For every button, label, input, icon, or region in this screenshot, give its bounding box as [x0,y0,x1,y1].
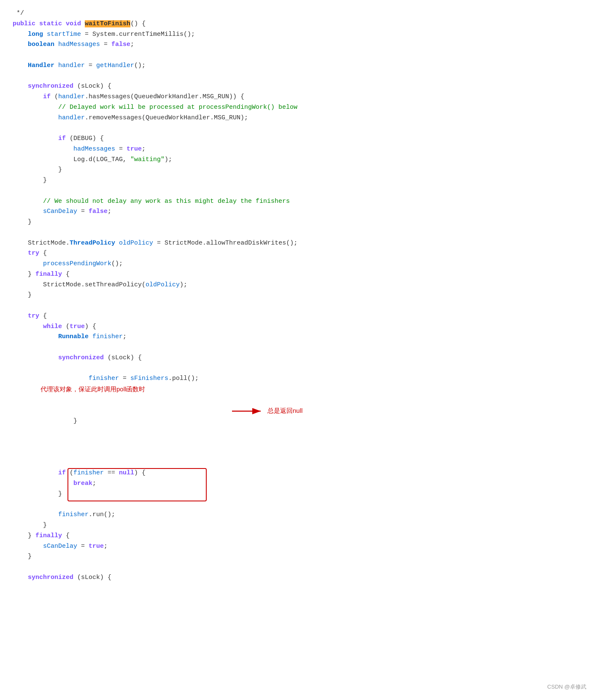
code-line-21: } [13,217,586,228]
code-line-48: synchronized (sLock) { [13,573,586,583]
code-line-17: } [13,175,586,186]
code-line-1: */ [13,8,586,19]
code-line-35: finisher = sFinishers.poll(); 代理该对象，保证此时… [13,363,586,406]
code-line-24: try { [13,248,586,259]
code-line-23: StrictMode.ThreadPolicy oldPolicy = Stri… [13,238,586,249]
code-container: */ public static void waitToFinish() { l… [13,8,586,583]
code-line-31: while (true) { [13,322,586,332]
code-line-25: processPendingWork(); [13,259,586,269]
highlighted-if-block: if (finisher == null) { break; } [13,468,586,499]
code-line-11: handler.removeMessages(QueuedWorkHandler… [13,113,586,124]
code-line-15: Log.d(LOG_TAG, "waiting"); [13,155,586,165]
code-line-blank6 [13,301,586,311]
code-line-28: } [13,290,586,301]
code-line-34: synchronized (sLock) { [13,353,586,363]
code-line-blank2 [13,71,586,82]
code-line-45: sCanDelay = true; [13,541,586,552]
code-line-36: } 总是返回null [13,406,586,458]
code-line-blank1 [13,50,586,61]
code-line-44: } finally { [13,531,586,541]
code-line-9: if (handler.hasMessages(QueuedWorkHandle… [13,92,586,102]
code-line-2: public static void waitToFinish() { [13,19,586,30]
code-line-blank10 [13,562,586,573]
code-line-26: } finally { [13,269,586,280]
code-line-43: } [13,520,586,531]
watermark: CSDN @卓修武 [547,683,586,692]
annotation-text-1: 代理该对象，保证此时调用poll函数时 [40,384,145,395]
code-line-40: } [13,489,586,500]
code-line-39: break; [13,479,586,489]
code-line-blank3 [13,123,586,134]
code-line-30: try { [13,311,586,322]
code-line-4: boolean hadMessages = false; [13,40,586,50]
code-line-20: sCanDelay = false; [13,207,586,217]
code-line-42: finisher.run(); [13,510,586,520]
code-line-6: Handler handler = getHandler(); [13,61,586,71]
code-line-3: long startTime = System.currentTimeMilli… [13,30,586,40]
code-line-19: // We should not delay any work as this … [13,197,586,207]
code-line-blank9 [13,500,586,510]
code-line-14: hadMessages = true; [13,144,586,155]
code-line-16: } [13,165,586,175]
code-line-blank4 [13,186,586,197]
code-line-8: synchronized (sLock) { [13,81,586,92]
code-line-38: if (finisher == null) { [13,468,586,479]
code-line-32: Runnable finisher; [13,332,586,342]
code-line-10: // Delayed work will be processed at pro… [13,102,586,113]
code-line-46: } [13,552,586,562]
annotation-text-2: 总是返回null [267,406,302,416]
red-arrow-icon [232,406,266,417]
code-line-blank8 [13,458,586,468]
annotation-arrow-group: 总是返回null [232,406,302,417]
code-line-13: if (DEBUG) { [13,134,586,144]
code-line-blank5 [13,228,586,238]
code-line-blank7 [13,342,586,353]
code-line-27: StrictMode.setThreadPolicy(oldPolicy); [13,280,586,291]
